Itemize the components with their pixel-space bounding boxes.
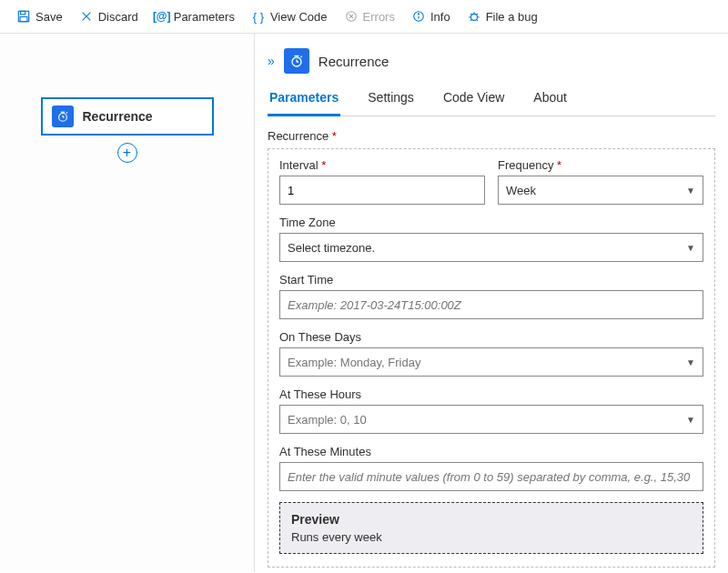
toolbar: Save Discard [@] Parameters { } View Cod… (0, 0, 728, 34)
parameters-button[interactable]: [@] Parameters (147, 5, 242, 27)
save-label: Save (35, 10, 63, 24)
svg-line-15 (470, 14, 471, 15)
chevron-down-icon: ▼ (686, 415, 695, 425)
file-bug-label: File a bug (486, 10, 538, 24)
collapse-panel-button[interactable]: » (268, 54, 275, 68)
timezone-select[interactable]: Select timezone. ▼ (279, 233, 703, 262)
interval-label: Interval (279, 158, 485, 172)
recurrence-fieldset: Interval Frequency Week ▼ Time Zone Sele… (268, 148, 715, 568)
preview-box: Preview Runs every week (279, 502, 703, 554)
frequency-label: Frequency (498, 158, 703, 172)
preview-title: Preview (291, 512, 692, 527)
view-code-button[interactable]: { } View Code (244, 5, 335, 27)
discard-icon (79, 9, 94, 24)
on-days-value: Example: Monday, Friday (288, 356, 420, 369)
interval-input[interactable] (279, 176, 485, 205)
svg-line-17 (470, 20, 471, 21)
view-code-label: View Code (270, 10, 328, 24)
start-time-input[interactable] (279, 290, 703, 319)
node-title: Recurrence (83, 109, 153, 124)
chevron-down-icon: ▼ (686, 243, 695, 253)
tab-settings[interactable]: Settings (366, 85, 416, 116)
recurrence-node[interactable]: Recurrence (41, 97, 214, 136)
svg-line-18 (476, 20, 477, 21)
svg-point-11 (470, 14, 477, 20)
add-step-button[interactable]: + (117, 143, 137, 163)
schedule-icon (284, 48, 309, 74)
panel-header: » Recurrence (268, 34, 715, 85)
svg-rect-1 (21, 11, 25, 15)
svg-line-6 (349, 15, 352, 18)
discard-label: Discard (98, 10, 138, 24)
at-hours-label: At These Hours (279, 387, 703, 401)
panel-tabs: Parameters Settings Code View About (268, 85, 715, 116)
svg-point-5 (346, 12, 356, 22)
svg-line-16 (476, 14, 477, 15)
errors-button: Errors (337, 5, 402, 27)
chevron-down-icon: ▼ (686, 186, 695, 196)
parameters-label: Parameters (174, 10, 235, 24)
save-button[interactable]: Save (9, 5, 70, 27)
info-button[interactable]: Info (404, 5, 458, 27)
tab-about[interactable]: About (531, 85, 569, 116)
info-icon (411, 9, 426, 24)
timezone-value: Select timezone. (288, 241, 375, 255)
svg-point-10 (418, 14, 419, 15)
details-panel: » Recurrence Parameters Settings Code Vi… (255, 34, 728, 572)
info-label: Info (430, 10, 450, 24)
frequency-select[interactable]: Week ▼ (498, 176, 703, 205)
timezone-label: Time Zone (279, 216, 703, 229)
panel-title: Recurrence (318, 54, 389, 69)
on-days-select[interactable]: Example: Monday, Friday ▼ (279, 347, 703, 377)
svg-line-28 (300, 56, 301, 57)
bug-icon (467, 9, 481, 24)
braces-icon: { } (251, 9, 266, 24)
chevron-double-right-icon: » (268, 54, 275, 68)
at-hours-select[interactable]: Example: 0, 10 ▼ (279, 405, 703, 434)
parameters-icon: [@] (155, 9, 169, 24)
designer-canvas[interactable]: Recurrence + (0, 34, 255, 572)
at-minutes-label: At These Minutes (279, 445, 703, 458)
schedule-icon (52, 106, 74, 127)
plus-icon: + (123, 145, 131, 161)
file-bug-button[interactable]: File a bug (460, 5, 545, 27)
discard-button[interactable]: Discard (72, 5, 146, 27)
recurrence-section-label: Recurrence (268, 129, 715, 143)
at-minutes-input[interactable] (279, 462, 703, 491)
tab-parameters[interactable]: Parameters (268, 85, 340, 116)
tab-code-view[interactable]: Code View (441, 85, 506, 116)
on-days-label: On These Days (279, 330, 703, 344)
errors-label: Errors (363, 10, 395, 24)
chevron-down-icon: ▼ (686, 357, 695, 367)
frequency-value: Week (506, 184, 536, 197)
at-hours-value: Example: 0, 10 (288, 413, 367, 427)
svg-line-7 (349, 15, 352, 18)
svg-rect-2 (20, 16, 27, 21)
preview-text: Runs every week (291, 530, 692, 544)
save-icon (16, 9, 31, 24)
start-time-label: Start Time (279, 273, 703, 286)
error-circle-icon (344, 9, 359, 24)
svg-line-23 (66, 112, 66, 113)
